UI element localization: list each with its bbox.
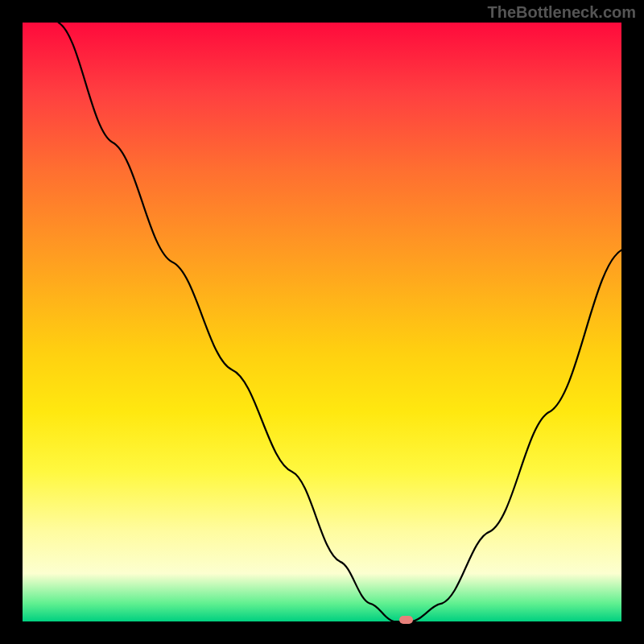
frame-bottom (0, 621, 644, 644)
bottleneck-curve (23, 23, 621, 621)
optimal-point-marker (399, 616, 413, 624)
frame-right (621, 0, 644, 644)
frame-left (0, 0, 23, 644)
chart-container: TheBottleneck.com (0, 0, 644, 644)
watermark: TheBottleneck.com (488, 3, 636, 22)
